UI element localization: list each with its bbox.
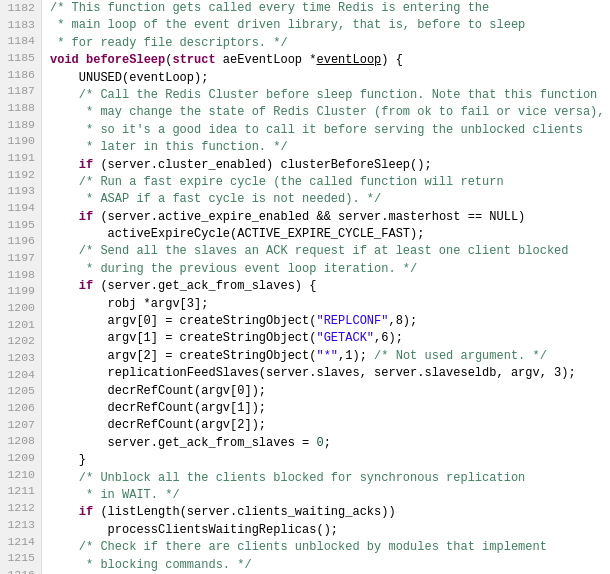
code-segment: * blocking commands. */ — [50, 558, 252, 572]
code-line: server.get_ack_from_slaves = 0; — [50, 435, 610, 452]
code-segment: robj *argv[3]; — [50, 297, 208, 311]
line-number: 1194 — [4, 200, 35, 217]
code-segment: "REPLCONF" — [316, 314, 388, 328]
line-number: 1182 — [4, 0, 35, 17]
line-number: 1200 — [4, 300, 35, 317]
line-number: 1190 — [4, 133, 35, 150]
code-segment: (server.get_ack_from_slaves) { — [93, 279, 316, 293]
line-number: 1197 — [4, 250, 35, 267]
code-segment: * may change the state of Redis Cluster … — [50, 105, 605, 119]
code-line: /* Check if there are clients unblocked … — [50, 539, 610, 556]
code-line: robj *argv[3]; — [50, 296, 610, 313]
code-segment: processClientsWaitingReplicas(); — [50, 523, 338, 537]
code-segment: (listLength(server.clients_waiting_acks)… — [93, 505, 395, 519]
code-segment: } — [50, 453, 86, 467]
code-segment: ,1); — [338, 349, 374, 363]
code-segment: ,8); — [388, 314, 417, 328]
code-segment: * so it's a good idea to call it before … — [50, 123, 583, 137]
code-line: * later in this function. */ — [50, 139, 610, 156]
code-line: activeExpireCycle(ACTIVE_EXPIRE_CYCLE_FA… — [50, 226, 610, 243]
line-number: 1202 — [4, 333, 35, 350]
code-line: decrRefCount(argv[0]); — [50, 383, 610, 400]
code-segment: * ASAP if a fast cycle is not needed). *… — [50, 192, 381, 206]
code-segment: ) { — [381, 53, 403, 67]
code-content: /* This function gets called every time … — [42, 0, 610, 574]
code-segment: decrRefCount(argv[0]); — [50, 384, 266, 398]
line-number: 1201 — [4, 317, 35, 334]
code-segment: 0 — [316, 436, 323, 450]
line-number: 1206 — [4, 400, 35, 417]
code-segment: activeExpireCycle(ACTIVE_EXPIRE_CYCLE_FA… — [50, 227, 424, 241]
code-segment: UNUSED(eventLoop); — [50, 71, 208, 85]
line-number: 1185 — [4, 50, 35, 67]
code-segment: replicationFeedSlaves(server.slaves, ser… — [50, 366, 576, 380]
line-number: 1214 — [4, 534, 35, 551]
line-number: 1186 — [4, 67, 35, 84]
line-number: 1216 — [4, 567, 35, 574]
line-numbers: 1182118311841185118611871188118911901191… — [0, 0, 42, 574]
line-number: 1196 — [4, 233, 35, 250]
code-segment: server.get_ack_from_slaves = — [50, 436, 316, 450]
code-line: * so it's a good idea to call it before … — [50, 122, 610, 139]
code-line: processClientsWaitingReplicas(); — [50, 522, 610, 539]
code-segment — [50, 505, 79, 519]
code-segment: argv[2] = createStringObject( — [50, 349, 316, 363]
line-number: 1188 — [4, 100, 35, 117]
code-line: decrRefCount(argv[1]); — [50, 400, 610, 417]
line-number: 1208 — [4, 433, 35, 450]
code-line: if (listLength(server.clients_waiting_ac… — [50, 504, 610, 521]
line-number: 1193 — [4, 183, 35, 200]
line-number: 1212 — [4, 500, 35, 517]
code-line: if (server.cluster_enabled) clusterBefor… — [50, 157, 610, 174]
code-segment: * during the previous event loop iterati… — [50, 262, 417, 276]
code-line: argv[1] = createStringObject("GETACK",6)… — [50, 330, 610, 347]
line-number: 1191 — [4, 150, 35, 167]
code-line: /* This function gets called every time … — [50, 0, 610, 17]
code-line: UNUSED(eventLoop); — [50, 70, 610, 87]
code-line: * in WAIT. */ — [50, 487, 610, 504]
code-segment: * main loop of the event driven library,… — [50, 18, 525, 32]
line-number: 1203 — [4, 350, 35, 367]
code-line: /* Call the Redis Cluster before sleep f… — [50, 87, 610, 104]
code-segment: if — [79, 210, 93, 224]
line-number: 1210 — [4, 467, 35, 484]
code-segment: eventLoop — [316, 53, 381, 67]
code-viewer: 1182118311841185118611871188118911901191… — [0, 0, 610, 574]
line-number: 1209 — [4, 450, 35, 467]
code-segment: if — [79, 279, 93, 293]
code-line: void beforeSleep(struct aeEventLoop *eve… — [50, 52, 610, 69]
code-line: if (server.active_expire_enabled && serv… — [50, 209, 610, 226]
code-segment — [79, 53, 86, 67]
code-segment: /* Send all the slaves an ACK request if… — [50, 244, 568, 258]
line-number: 1184 — [4, 33, 35, 50]
code-segment: /* Unblock all the clients blocked for s… — [50, 471, 525, 485]
code-line: * may change the state of Redis Cluster … — [50, 104, 610, 121]
code-line: replicationFeedSlaves(server.slaves, ser… — [50, 365, 610, 382]
code-line: argv[2] = createStringObject("*",1); /* … — [50, 348, 610, 365]
line-number: 1183 — [4, 17, 35, 34]
code-line: * blocking commands. */ — [50, 557, 610, 574]
line-number: 1205 — [4, 383, 35, 400]
code-segment: /* Not used argument. */ — [374, 349, 547, 363]
code-segment: /* Run a fast expire cycle (the called f… — [50, 175, 504, 189]
code-line: } — [50, 452, 610, 469]
line-number: 1187 — [4, 83, 35, 100]
code-line: decrRefCount(argv[2]); — [50, 417, 610, 434]
line-number: 1195 — [4, 217, 35, 234]
code-segment: beforeSleep — [86, 53, 165, 67]
code-segment: ; — [324, 436, 331, 450]
line-number: 1198 — [4, 267, 35, 284]
line-number: 1192 — [4, 167, 35, 184]
code-segment: if — [79, 505, 93, 519]
code-line: * for ready file descriptors. */ — [50, 35, 610, 52]
code-line: * ASAP if a fast cycle is not needed). *… — [50, 191, 610, 208]
code-segment: "GETACK" — [316, 331, 374, 345]
code-segment: if — [79, 158, 93, 172]
code-segment: void — [50, 53, 79, 67]
line-number: 1189 — [4, 117, 35, 134]
code-segment: /* Call the Redis Cluster before sleep f… — [50, 88, 597, 102]
code-segment: /* This function gets called every time … — [50, 1, 489, 15]
code-line: /* Unblock all the clients blocked for s… — [50, 470, 610, 487]
code-segment: struct — [172, 53, 215, 67]
line-number: 1199 — [4, 283, 35, 300]
